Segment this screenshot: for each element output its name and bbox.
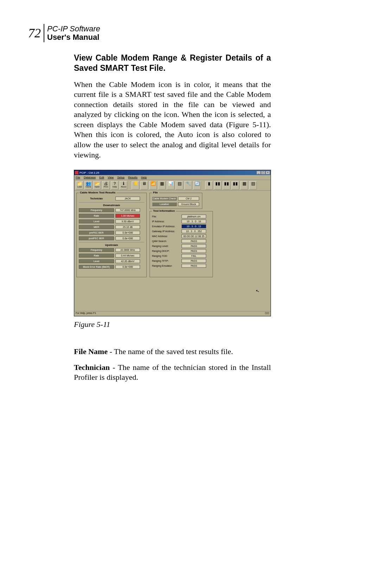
us-rate-label: Rate bbox=[79, 254, 114, 258]
group-testinfo-legend: Test Information bbox=[152, 209, 176, 212]
ds-rate-label: Rate bbox=[79, 214, 114, 218]
menu-results[interactable]: Results bbox=[128, 176, 138, 179]
ti-file-label: File: bbox=[152, 215, 180, 218]
menu-setup[interactable]: Setup bbox=[117, 176, 125, 179]
clone-icon: 👥 bbox=[86, 181, 91, 186]
bars6-icon: ▤ bbox=[251, 181, 255, 186]
statusbar-panes: ▯▯▯ bbox=[265, 312, 269, 316]
menu-database[interactable]: Database bbox=[84, 176, 96, 179]
def-file-name-text: - The name of the saved test results fil… bbox=[108, 347, 233, 356]
toolbar-icon-5[interactable]: 📊 bbox=[167, 181, 175, 190]
toolbar-about-button[interactable]: ℹAbout bbox=[120, 181, 127, 190]
us-rate-value: 0.44 Mb/sec bbox=[115, 254, 140, 258]
maximize-button[interactable]: ▢ bbox=[261, 171, 265, 174]
ti-remu-value: PASS bbox=[182, 264, 206, 268]
ds-level-value: 9.50 dBmV bbox=[115, 219, 140, 223]
toolbar-bar6-icon[interactable]: ▤ bbox=[249, 181, 257, 190]
refresh-icon: 🔄 bbox=[195, 181, 200, 186]
menu-help[interactable]: Help bbox=[141, 176, 147, 179]
client-area: Cable Modem Test Results Technician JACK… bbox=[75, 191, 270, 310]
toolbar-icon-8[interactable]: 🔄 bbox=[193, 181, 201, 190]
menu-file[interactable]: File bbox=[76, 176, 80, 179]
cable-modem-check-button[interactable]: Cable Modem Check bbox=[152, 197, 177, 200]
us-bker-value: 0.0e+000 bbox=[115, 265, 140, 269]
toolbar-bar5-icon[interactable]: ▦ bbox=[240, 181, 248, 190]
cursor-icon: ↖ bbox=[255, 288, 260, 294]
ds-postfec-label: postFEC BER bbox=[79, 236, 114, 240]
technician-label: Technician bbox=[79, 197, 114, 200]
toolbar-icon-6[interactable]: ▤ bbox=[176, 181, 183, 190]
toolbar-load-button[interactable]: 📁Load bbox=[76, 181, 83, 190]
section-heading: View Cable Modem Range & Register Detail… bbox=[74, 53, 271, 73]
bars-icon: ▮ bbox=[208, 181, 210, 186]
print-icon: 🖨 bbox=[104, 181, 108, 186]
ds-frequency-label: Frequency bbox=[79, 208, 114, 212]
chart-icon: 📒 bbox=[133, 181, 138, 186]
toolbar-bar2-icon[interactable]: ▮▮ bbox=[214, 181, 222, 190]
location-value: Ground Block bbox=[178, 202, 199, 206]
figure-5-11: PCIP - CM 2.25 _ ▢ × File Database Edit … bbox=[74, 170, 271, 316]
us-frequency-label: Frequency bbox=[79, 248, 114, 252]
about-icon: ℹ bbox=[123, 181, 125, 186]
app-window: PCIP - CM 2.25 _ ▢ × File Database Edit … bbox=[74, 170, 271, 316]
menubar: File Database Edit View Setup Results He… bbox=[74, 175, 271, 180]
ti-gwip-value: 10 . 3 . 0 . 252 bbox=[182, 229, 206, 233]
toolbar-bar3-icon[interactable]: ▮▮ bbox=[223, 181, 230, 190]
minimize-button[interactable]: _ bbox=[256, 171, 261, 174]
ti-rlevel-label: Ranging Level: bbox=[152, 245, 180, 247]
ti-qam-label: QAM Search: bbox=[152, 240, 180, 242]
toolbar-clone-button[interactable]: 👥Clone bbox=[84, 181, 92, 190]
load-icon: 📁 bbox=[77, 181, 82, 186]
ti-rtod-label: Ranging TOD: bbox=[152, 255, 180, 257]
toolbar-print-button[interactable]: 🖨Print bbox=[102, 181, 110, 190]
group-file-legend: File bbox=[152, 191, 159, 194]
toolbar-help-button[interactable]: ？Help bbox=[111, 181, 119, 190]
menu-view[interactable]: View bbox=[108, 176, 114, 179]
ti-rlevel-value: PASS bbox=[182, 244, 206, 248]
ti-ip-label: IP Address: bbox=[152, 220, 180, 223]
grid-icon: ▦ bbox=[160, 181, 164, 186]
signal-icon: 📶 bbox=[151, 181, 156, 186]
us-level-label: Level bbox=[79, 259, 114, 263]
ti-rdhcp-label: Ranging DHCP: bbox=[152, 250, 180, 252]
ti-file-value: platinum.cm bbox=[182, 215, 206, 218]
statusbar: For Help, press F1 ▯▯▯ bbox=[74, 311, 271, 316]
ds-level-label: Level bbox=[79, 219, 114, 223]
toolbar-icon-1[interactable]: 📒 bbox=[132, 181, 139, 190]
statusbar-text: For Help, press F1 bbox=[76, 312, 96, 316]
close-button[interactable]: × bbox=[266, 171, 270, 174]
header-divider bbox=[44, 24, 44, 42]
titlebar[interactable]: PCIP - CM 2.25 _ ▢ × bbox=[74, 170, 271, 175]
group-results-legend: Cable Modem Test Results bbox=[79, 191, 116, 194]
group-cable-modem-results: Cable Modem Test Results Technician JACK… bbox=[76, 193, 147, 277]
menu-edit[interactable]: Edit bbox=[99, 176, 104, 179]
help-icon: ？ bbox=[113, 181, 117, 186]
app-icon bbox=[75, 171, 78, 174]
bars3-icon: ▮▮ bbox=[224, 181, 229, 186]
ti-emuip-value: 10 . 3 . 0 . 13 bbox=[182, 224, 206, 228]
def-file-name-term: File Name bbox=[74, 347, 108, 356]
us-level-value: 42.20 dBmV bbox=[115, 259, 140, 263]
toolbar-icon-7[interactable]: 🔧 bbox=[184, 181, 192, 190]
ds-rate-value: 1.00 Mb/sec bbox=[115, 214, 140, 218]
us-bker-label: Block Error Rate (BkER) bbox=[79, 265, 114, 269]
figure-caption: Figure 5-11 bbox=[74, 320, 352, 329]
ti-gwip-label: Gateway IP Address: bbox=[152, 230, 180, 233]
toolbar-open-button[interactable]: 📂Open bbox=[93, 181, 101, 190]
titlebar-text: PCIP - CM 2.25 bbox=[80, 171, 99, 174]
wrench-icon: 🔧 bbox=[186, 181, 191, 186]
ti-rtftp-value: PASS bbox=[182, 259, 206, 263]
ds-mer-value: 29.10 dB bbox=[115, 225, 140, 229]
toolbar-icon-3[interactable]: 📶 bbox=[149, 181, 157, 190]
doc-title-manual: User's Manual bbox=[47, 33, 100, 42]
page-number: 72 bbox=[28, 26, 41, 41]
toolbar-bar1-icon[interactable]: ▮ bbox=[205, 181, 213, 190]
toolbar-icon-4[interactable]: ▦ bbox=[158, 181, 166, 190]
us-frequency-value: 22.0000 MHz bbox=[115, 248, 140, 252]
toolbar-bar4-icon[interactable]: ▮▮ bbox=[232, 181, 239, 190]
toolbar-icon-2[interactable]: 🖥 bbox=[140, 181, 148, 190]
ti-rdhcp-value: PASS bbox=[182, 249, 206, 253]
location-button[interactable]: Location bbox=[152, 202, 177, 206]
def-technician: Technician - The name of the technician … bbox=[74, 363, 271, 383]
doc-title-software: PC-IP Software bbox=[47, 25, 100, 33]
